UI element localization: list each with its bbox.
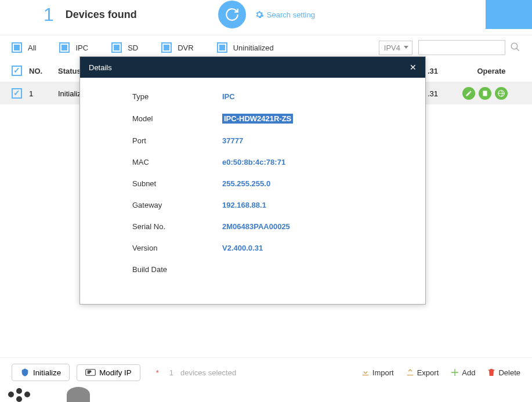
- label-port: Port: [132, 136, 222, 145]
- value-serial: 2M06483PAA00025: [222, 222, 290, 231]
- value-type: IPC: [222, 92, 235, 101]
- checkbox-icon: [12, 42, 22, 53]
- value-mac: e0:50:8b:4c:78:71: [222, 158, 285, 166]
- svg-line-1: [516, 48, 519, 51]
- checkbox-icon: [59, 42, 70, 53]
- import-button[interactable]: Import: [361, 368, 394, 377]
- filter-all[interactable]: All: [12, 42, 36, 53]
- select-all-checkbox[interactable]: [12, 66, 22, 76]
- checkbox-icon: [161, 42, 172, 53]
- device-count: 1: [44, 4, 54, 26]
- filter-all-label: All: [28, 44, 36, 52]
- value-port: 37777: [222, 136, 243, 145]
- value-gateway: 192.168.88.1: [222, 201, 266, 209]
- add-label: Add: [462, 368, 475, 377]
- filter-sd[interactable]: SD: [111, 42, 138, 53]
- selected-label: devices selected: [180, 368, 236, 377]
- modal-body: TypeIPC ModelIPC-HDW2421R-ZS Port37777 M…: [80, 78, 425, 304]
- delete-button[interactable]: Delete: [487, 368, 520, 377]
- export-label: Export: [417, 368, 439, 377]
- svg-text:IP: IP: [88, 370, 92, 374]
- info-icon[interactable]: [479, 87, 491, 100]
- export-icon: [406, 368, 415, 377]
- value-model[interactable]: IPC-HDW2421R-ZS: [222, 114, 293, 124]
- shield-icon: [20, 368, 30, 377]
- ipv-select[interactable]: IPV4: [379, 41, 412, 55]
- checkbox-icon: [111, 42, 122, 53]
- label-serial: Serial No.: [132, 222, 222, 231]
- search-icon: [510, 42, 520, 52]
- header-tab[interactable]: [486, 0, 532, 29]
- filter-dvr[interactable]: DVR: [161, 42, 193, 53]
- col-end: .31: [428, 67, 462, 75]
- col-operate: Operate: [462, 67, 520, 75]
- col-no: NO.: [29, 67, 58, 75]
- initialize-button[interactable]: Initialize: [12, 364, 70, 381]
- page-header: 1 Devices found Search setting: [0, 0, 532, 29]
- row-checkbox[interactable]: [12, 88, 22, 99]
- filter-uninit[interactable]: Uninitialized: [217, 42, 274, 53]
- search-button[interactable]: [510, 42, 520, 54]
- svg-point-0: [511, 43, 517, 49]
- filter-ipc[interactable]: IPC: [59, 42, 88, 53]
- label-subnet: Subnet: [132, 179, 222, 188]
- gear-icon: [255, 10, 264, 19]
- ipv-label: IPV4: [384, 44, 400, 52]
- label-mac: MAC: [132, 158, 222, 166]
- details-modal: Details ✕ TypeIPC ModelIPC-HDW2421R-ZS P…: [79, 56, 426, 305]
- grey-decoration: [67, 387, 90, 402]
- dots-decoration: [6, 387, 29, 402]
- initialize-label: Initialize: [33, 368, 61, 377]
- search-input[interactable]: [418, 40, 505, 55]
- modal-header: Details ✕: [80, 57, 425, 78]
- delete-label: Delete: [498, 368, 520, 377]
- label-model: Model: [132, 114, 222, 123]
- refresh-button[interactable]: [218, 1, 246, 28]
- modify-label: Modify IP: [99, 368, 132, 377]
- modify-ip-button[interactable]: IP Modify IP: [77, 364, 140, 381]
- label-build: Build Date: [132, 265, 222, 274]
- edit-icon[interactable]: [462, 87, 475, 100]
- close-icon[interactable]: ✕: [410, 63, 417, 72]
- bottom-strip: [0, 387, 90, 402]
- import-label: Import: [372, 368, 394, 377]
- search-setting-label: Search setting: [267, 10, 315, 19]
- selected-count: 1: [169, 368, 173, 377]
- star-icon: *: [156, 368, 159, 377]
- modal-title: Details: [89, 63, 112, 72]
- add-button[interactable]: Add: [450, 368, 475, 377]
- row-end: .31: [428, 89, 462, 98]
- label-type: Type: [132, 92, 222, 101]
- ip-icon: IP: [85, 368, 96, 376]
- footer-bar: Initialize IP Modify IP * 1 devices sele…: [0, 357, 532, 387]
- value-subnet: 255.255.255.0: [222, 179, 270, 188]
- search-setting-link[interactable]: Search setting: [255, 10, 315, 19]
- trash-icon: [487, 368, 496, 377]
- refresh-icon: [225, 7, 240, 22]
- label-gateway: Gateway: [132, 201, 222, 209]
- export-button[interactable]: Export: [406, 368, 439, 377]
- filter-uninit-label: Uninitialized: [233, 44, 274, 52]
- devices-found-label: Devices found: [66, 9, 137, 21]
- filter-dvr-label: DVR: [178, 44, 193, 52]
- plus-icon: [450, 368, 459, 377]
- label-version: Version: [132, 244, 222, 252]
- filter-ipc-label: IPC: [75, 44, 88, 52]
- import-icon: [361, 368, 370, 377]
- row-operate: [462, 87, 520, 100]
- filter-sd-label: SD: [128, 44, 138, 52]
- web-icon[interactable]: [495, 87, 508, 100]
- value-version: V2.400.0.31: [222, 244, 263, 252]
- checkbox-icon: [217, 42, 227, 53]
- row-no: 1: [29, 89, 58, 98]
- svg-rect-2: [483, 91, 487, 96]
